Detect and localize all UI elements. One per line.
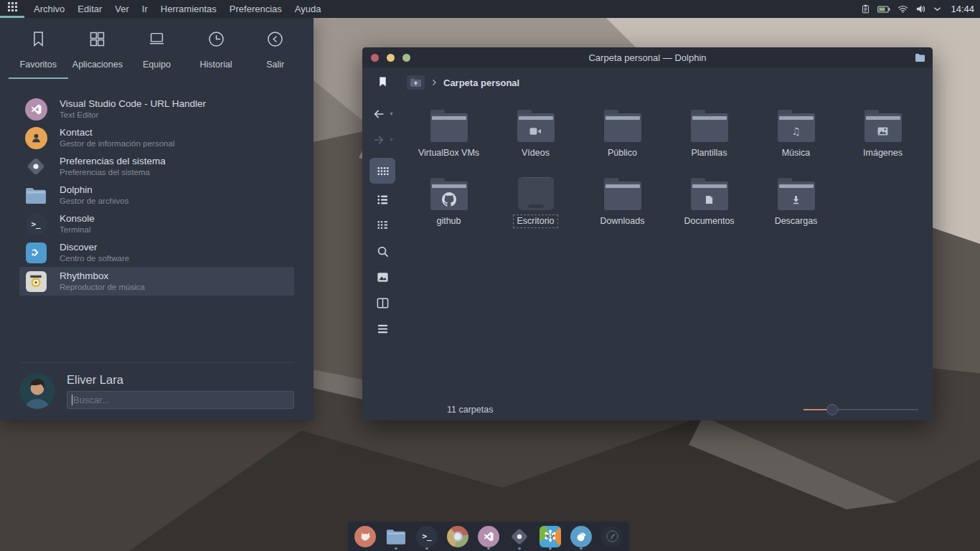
toolbar-button-forward[interactable]: [368, 128, 397, 151]
app-launcher-button[interactable]: [0, 0, 24, 18]
folder-label: Plantillas: [687, 146, 730, 160]
clipboard-icon[interactable]: [861, 4, 870, 14]
folder-icon: [864, 113, 902, 142]
maximize-button[interactable]: [402, 54, 410, 62]
zoom-slider[interactable]: [804, 404, 918, 415]
breadcrumb-root-button[interactable]: [407, 75, 425, 90]
user-avatar[interactable]: [19, 373, 55, 409]
folder-item-musica[interactable]: ♫ Música: [753, 105, 839, 166]
toolbar-button-menu[interactable]: [368, 317, 397, 341]
app-list-item-rhythmbox[interactable]: Rhythmbox Reproductor de música: [19, 267, 294, 296]
zoom-slider-handle[interactable]: [826, 404, 838, 415]
folder-item-publico[interactable]: Público: [579, 105, 666, 166]
glyph-download-icon: [778, 189, 815, 209]
launcher-tab-equipo[interactable]: Equipo: [127, 29, 187, 79]
close-button[interactable]: [371, 54, 379, 62]
folder-item-virtualbox-vms[interactable]: VirtualBox VMs: [405, 105, 492, 166]
app-konsole-icon: >_: [24, 213, 47, 235]
menu-item-editar[interactable]: Editar: [77, 0, 102, 18]
app-title: Preferencias del sistema: [60, 156, 166, 167]
folder-item-imagenes[interactable]: Imágenes: [839, 105, 926, 166]
menu-icon: [376, 322, 390, 336]
folder-item-downloads[interactable]: Downloads: [579, 173, 666, 234]
dock-item-file-manager[interactable]: [382, 522, 410, 551]
folder-icon: [430, 113, 468, 142]
app-list-item-kontact[interactable]: Kontact Gestor de información personal: [19, 123, 294, 152]
window-title: Carpeta personal — Dolphin: [441, 52, 854, 63]
chevron-down-icon[interactable]: [933, 6, 941, 12]
tab-clock-icon: [207, 29, 226, 52]
menu-item-ver[interactable]: Ver: [115, 0, 129, 18]
dock-item-konsole[interactable]: >_: [413, 522, 440, 551]
battery-icon[interactable]: [877, 5, 890, 14]
folder-icon: [518, 177, 554, 210]
toolbar-button-list-view[interactable]: [368, 188, 397, 212]
app-discover-icon: [24, 242, 47, 263]
tab-label: Equipo: [143, 60, 171, 70]
top-panel: ArchivoEditarVerIrHerramientasPreferenci…: [0, 0, 980, 18]
folder-item-videos[interactable]: Vídeos: [492, 105, 579, 166]
menu-item-preferencias[interactable]: Preferencias: [230, 0, 282, 18]
folder-icon: ♫: [778, 113, 815, 142]
dock-item-vscode[interactable]: [475, 522, 502, 551]
folder-item-escritorio[interactable]: Escritorio: [492, 173, 579, 234]
search-icon: [376, 245, 390, 258]
dock-item-system-settings[interactable]: [506, 522, 533, 551]
minimize-button[interactable]: [387, 54, 395, 62]
glyph-plain-icon: [604, 189, 641, 209]
search-input[interactable]: [67, 391, 294, 409]
folder-icon: [778, 182, 815, 210]
folder-label: Descargas: [771, 215, 821, 228]
window-toolbar: [362, 67, 402, 420]
menu-item-ayuda[interactable]: Ayuda: [295, 0, 321, 18]
folder-label: Música: [778, 146, 814, 160]
app-list-item-dolphin[interactable]: Dolphin Gestor de archivos: [19, 181, 294, 209]
app-list-item-konsole[interactable]: >_ Konsole Terminal: [19, 209, 294, 238]
split-view-icon: [376, 296, 390, 310]
tab-bookmark-icon: [29, 29, 48, 52]
toolbar-button-search[interactable]: [368, 240, 397, 263]
launcher-tab-favoritos[interactable]: Favoritos: [9, 29, 68, 79]
dock-item-kvantum[interactable]: ✻KV: [537, 522, 564, 551]
app-list-item-discover[interactable]: Discover Centro de software: [19, 238, 294, 267]
folder-item-plantillas[interactable]: Plantillas: [666, 105, 753, 166]
volume-icon[interactable]: [915, 4, 926, 14]
breadcrumb-current[interactable]: Carpeta personal: [443, 77, 519, 88]
glyph-image-icon: [864, 121, 902, 141]
folder-icon: [430, 182, 468, 210]
tab-label: Salir: [266, 60, 284, 70]
user-name: Eliver Lara: [67, 373, 294, 387]
icons-view-icon: [376, 164, 390, 178]
dock-item-clock[interactable]: [598, 522, 626, 551]
toolbar-button-back[interactable]: [368, 102, 397, 126]
launcher-tab-aplicaciones[interactable]: Aplicaciones: [68, 29, 128, 79]
launcher-tab-salir[interactable]: Salir: [245, 29, 305, 79]
favorites-list: Visual Studio Code - URL Handler Text Ed…: [0, 95, 314, 296]
window-titlebar[interactable]: Carpeta personal — Dolphin: [362, 47, 933, 67]
app-vscode-icon: [24, 98, 47, 121]
wifi-icon[interactable]: [897, 5, 908, 14]
folder-item-github[interactable]: github: [405, 173, 492, 234]
dock-item-chrome[interactable]: [444, 522, 471, 551]
app-description: Preferencias del sistema: [60, 167, 166, 177]
dock-item-firefox[interactable]: [352, 522, 379, 551]
toolbar-button-preview[interactable]: [368, 265, 397, 289]
app-list-item-preferencias-del-sistema[interactable]: Preferencias del sistema Preferencias de…: [19, 152, 294, 181]
tab-label: Favoritos: [20, 60, 57, 70]
toolbar-button-compact-view[interactable]: [368, 214, 397, 237]
toolbar-button-split-view[interactable]: [368, 291, 397, 315]
menu-item-ir[interactable]: Ir: [142, 0, 148, 18]
folder-item-documentos[interactable]: Documentos: [666, 173, 753, 234]
toolbar-button-icons-view[interactable]: [369, 158, 395, 184]
clock[interactable]: 14:44: [951, 4, 974, 14]
dock-vscode-icon: [478, 526, 499, 547]
application-launcher-panel: Favoritos Aplicaciones Equipo Historial …: [0, 18, 314, 420]
folder-item-descargas[interactable]: Descargas: [753, 173, 839, 234]
app-list-item-vscode[interactable]: Visual Studio Code - URL Handler Text Ed…: [19, 95, 294, 123]
dock: >_ ✻KV: [348, 522, 629, 551]
menu-item-archivo[interactable]: Archivo: [34, 0, 65, 18]
menu-item-herramientas[interactable]: Herramientas: [161, 0, 217, 18]
dock-item-corebird[interactable]: [567, 522, 595, 551]
launcher-tab-historial[interactable]: Historial: [187, 29, 246, 79]
toolbar-button-places-bookmark[interactable]: [368, 73, 397, 90]
